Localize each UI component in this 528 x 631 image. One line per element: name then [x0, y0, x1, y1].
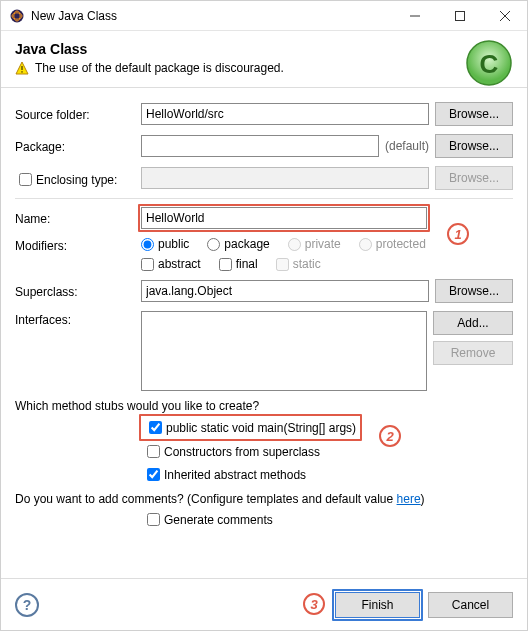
name-input[interactable] [141, 207, 427, 229]
modifier-package-radio[interactable]: package [207, 237, 269, 251]
svg-rect-4 [455, 11, 464, 20]
enclosing-type-browse-button: Browse... [435, 166, 513, 190]
modifier-public-radio[interactable]: public [141, 237, 189, 251]
stub-main-checkbox[interactable]: public static void main(String[] args) [145, 421, 356, 435]
titlebar: New Java Class [1, 1, 527, 31]
configure-templates-link[interactable]: here [397, 492, 421, 506]
interfaces-label: Interfaces: [15, 311, 135, 327]
warning-icon [15, 61, 29, 75]
maximize-button[interactable] [437, 1, 482, 31]
eclipse-icon [9, 8, 25, 24]
modifier-static-checkbox: static [276, 257, 321, 271]
svg-text:C: C [480, 49, 499, 79]
minimize-button[interactable] [392, 1, 437, 31]
package-label: Package: [15, 138, 135, 154]
svg-rect-8 [21, 66, 22, 70]
window-title: New Java Class [31, 9, 117, 23]
enclosing-type-label[interactable]: Enclosing type: [15, 168, 135, 189]
generate-comments-checkbox[interactable]: Generate comments [143, 513, 273, 527]
finish-button[interactable]: Finish [335, 592, 420, 618]
enclosing-type-input [141, 167, 429, 189]
interfaces-remove-button: Remove [433, 341, 513, 365]
svg-rect-9 [21, 71, 22, 72]
header-message: The use of the default package is discou… [35, 61, 284, 75]
help-icon[interactable]: ? [15, 593, 39, 617]
dialog-header: Java Class The use of the default packag… [1, 31, 527, 88]
close-button[interactable] [482, 1, 527, 31]
package-input[interactable] [141, 135, 379, 157]
stub-inherited-checkbox[interactable]: Inherited abstract methods [143, 468, 306, 482]
modifiers-label: Modifiers: [15, 237, 135, 253]
package-browse-button[interactable]: Browse... [435, 134, 513, 158]
modifier-private-radio: private [288, 237, 341, 251]
superclass-browse-button[interactable]: Browse... [435, 279, 513, 303]
source-folder-label: Source folder: [15, 106, 135, 122]
comments-question: Do you want to add comments? (Configure … [15, 492, 513, 506]
enclosing-type-checkbox[interactable] [19, 173, 32, 186]
method-stubs-question: Which method stubs would you like to cre… [15, 399, 513, 413]
dialog-content: Source folder: Browse... Package: (defau… [1, 88, 527, 533]
name-label: Name: [15, 210, 135, 226]
source-folder-browse-button[interactable]: Browse... [435, 102, 513, 126]
dialog-footer: ? Finish Cancel [1, 578, 527, 630]
modifier-abstract-checkbox[interactable]: abstract [141, 257, 201, 271]
interfaces-listbox[interactable] [141, 311, 427, 391]
header-title: Java Class [15, 41, 513, 57]
superclass-label: Superclass: [15, 283, 135, 299]
superclass-input[interactable] [141, 280, 429, 302]
source-folder-input[interactable] [141, 103, 429, 125]
modifier-protected-radio: protected [359, 237, 426, 251]
package-default-text: (default) [385, 139, 429, 153]
interfaces-add-button[interactable]: Add... [433, 311, 513, 335]
stub-constructors-checkbox[interactable]: Constructors from superclass [143, 445, 320, 459]
cancel-button[interactable]: Cancel [428, 592, 513, 618]
modifier-final-checkbox[interactable]: final [219, 257, 258, 271]
class-wizard-icon: C [463, 37, 515, 89]
